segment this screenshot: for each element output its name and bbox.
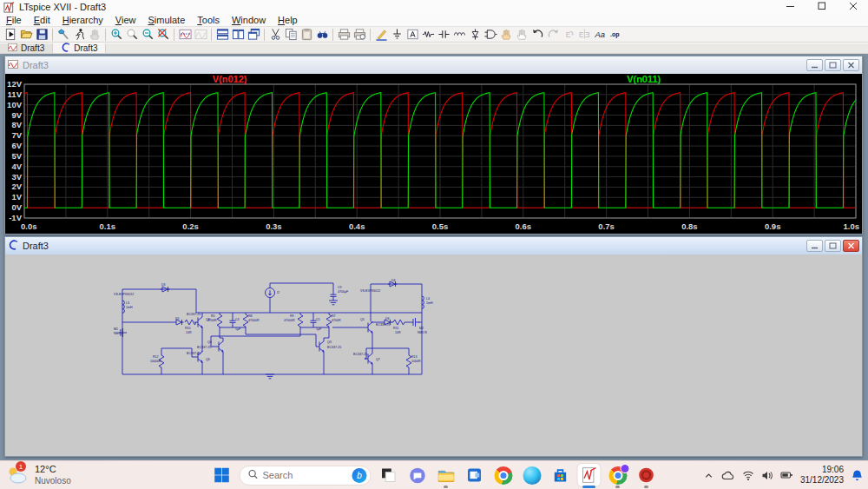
menu-tools[interactable]: Tools — [191, 15, 226, 25]
x-tick-label: 0.9s — [765, 221, 781, 231]
npn-glyph — [316, 340, 324, 353]
print-preview-icon[interactable] — [352, 27, 367, 42]
drag-hand-icon[interactable] — [514, 27, 529, 42]
child-close-icon[interactable] — [843, 240, 859, 252]
child-minimize-icon[interactable] — [806, 240, 823, 252]
x-tick-label: 0.6s — [516, 221, 532, 231]
taskbar-clock[interactable]: 19:06 31/12/2023 — [800, 465, 844, 486]
inductor-icon[interactable] — [451, 27, 467, 42]
control-panel-icon[interactable] — [56, 27, 71, 42]
onedrive-icon[interactable] — [721, 470, 735, 481]
waveform-icon[interactable] — [177, 27, 193, 42]
component-label: 1000R — [411, 360, 421, 363]
tab-draft3-1[interactable]: Draft3 — [53, 43, 106, 53]
child-close-icon[interactable] — [843, 59, 859, 71]
component-label: C4 — [235, 318, 240, 321]
close-icon[interactable] — [849, 2, 858, 10]
open-icon[interactable] — [18, 27, 34, 42]
component-label: 1mH — [126, 306, 133, 309]
app-icon-file-explorer[interactable] — [435, 464, 457, 486]
cut-icon[interactable] — [267, 27, 283, 42]
paste-icon[interactable] — [299, 27, 314, 42]
wavetab-icon — [8, 43, 17, 54]
app-icon-anydesk[interactable] — [635, 464, 658, 486]
capacitor-icon[interactable] — [436, 27, 451, 42]
search-input[interactable] — [263, 470, 348, 480]
component-icon[interactable] — [483, 27, 498, 42]
menu-window[interactable]: Window — [226, 15, 272, 25]
app-icon-photos[interactable] — [464, 464, 486, 486]
zoom-out-icon[interactable] — [140, 27, 155, 42]
component-label: R9 — [290, 314, 294, 318]
app-icon-chat[interactable] — [406, 464, 429, 486]
find-icon[interactable] — [314, 27, 330, 42]
waveform-plot-area[interactable]: 12V11V10V9V8V7V6V5V4V3V2V1V0V-1V0.0s0.1s… — [5, 74, 862, 234]
menu-file[interactable]: File — [0, 15, 28, 25]
cascade-icon[interactable] — [246, 27, 261, 42]
component-label: Q7 — [376, 358, 380, 361]
menu-simulate[interactable]: Simulate — [141, 15, 191, 25]
tile-vertical-icon[interactable] — [230, 27, 246, 42]
x-tick-label: 0.5s — [432, 221, 449, 231]
app-icon-chrome[interactable] — [492, 464, 515, 486]
chevron-up-icon[interactable] — [703, 470, 714, 481]
mark-unzoom-icon[interactable] — [193, 27, 208, 42]
tab-bar: Draft3Draft3 — [0, 43, 868, 54]
zoom-full-icon[interactable] — [155, 27, 171, 42]
titlebar: LTspice XVII - Draft3 — [0, 0, 868, 14]
app-icon-store[interactable] — [549, 464, 572, 486]
menu-edit[interactable]: Edit — [28, 15, 56, 25]
child-restore-icon[interactable] — [825, 240, 841, 252]
label-net-icon[interactable] — [404, 27, 420, 42]
ground-icon[interactable] — [389, 27, 404, 42]
maximize-icon[interactable] — [818, 2, 826, 10]
zoom-back-icon[interactable] — [124, 27, 140, 42]
waveform-window-titlebar[interactable]: Draft3 — [5, 56, 862, 74]
save-icon[interactable] — [34, 27, 49, 42]
diode-icon[interactable] — [467, 27, 483, 42]
component-label: R13 — [411, 355, 418, 359]
y-tick-label: 4V — [11, 162, 22, 171]
weather-widget[interactable]: 1 12°C Nuvoloso — [6, 461, 71, 489]
menu-help[interactable]: Help — [272, 15, 304, 25]
undo-icon[interactable] — [529, 27, 545, 42]
copy-icon[interactable] — [283, 27, 299, 42]
bing-icon[interactable]: b — [352, 468, 367, 483]
halt-icon[interactable] — [87, 27, 102, 42]
resistor-icon[interactable] — [420, 27, 436, 42]
app-icon-edge[interactable] — [521, 464, 543, 486]
redo-icon[interactable] — [545, 27, 561, 42]
print-icon[interactable] — [336, 27, 352, 42]
ltspice-app-icon — [3, 2, 15, 13]
rotate-icon[interactable]: E — [561, 27, 576, 42]
spice-directive-icon[interactable]: .op — [608, 27, 623, 42]
svg-text:E: E — [584, 30, 589, 39]
app-icon-chrome-pwa[interactable] — [607, 464, 629, 486]
child-restore-icon[interactable] — [825, 59, 841, 71]
weather-badge: 1 — [16, 461, 26, 472]
move-hand-icon[interactable] — [498, 27, 514, 42]
tile-horizontal-icon[interactable] — [214, 27, 230, 42]
zoom-in-icon[interactable] — [108, 27, 124, 42]
y-tick-label: 3V — [11, 172, 22, 182]
battery-icon[interactable] — [780, 470, 793, 480]
menu-view[interactable]: View — [109, 15, 142, 25]
schematic-canvas[interactable]: D3VS-E5PX6012L31mHM1NMOSD5R1010RR1210000… — [5, 254, 862, 456]
schematic-window-titlebar[interactable]: Draft3 — [5, 237, 862, 254]
volume-icon[interactable] — [761, 470, 773, 481]
menu-hierarchy[interactable]: Hierarchy — [56, 15, 109, 25]
pencil-icon[interactable] — [373, 27, 389, 42]
search-box[interactable]: b — [240, 466, 372, 486]
run-man-icon[interactable] — [71, 27, 87, 42]
text-icon[interactable]: Aa — [592, 27, 608, 42]
child-minimize-icon[interactable] — [806, 59, 823, 71]
app-icon-ltspice[interactable] — [578, 464, 601, 486]
notification-bell-icon[interactable] — [851, 469, 864, 482]
minimize-icon[interactable] — [786, 2, 795, 10]
mirror-icon[interactable]: EE — [576, 27, 592, 42]
run-icon[interactable] — [3, 27, 18, 42]
tab-draft3-0[interactable]: Draft3 — [0, 43, 53, 53]
app-icon-task-view[interactable] — [378, 464, 400, 486]
wifi-icon[interactable] — [742, 470, 754, 481]
start-button[interactable] — [211, 464, 233, 486]
